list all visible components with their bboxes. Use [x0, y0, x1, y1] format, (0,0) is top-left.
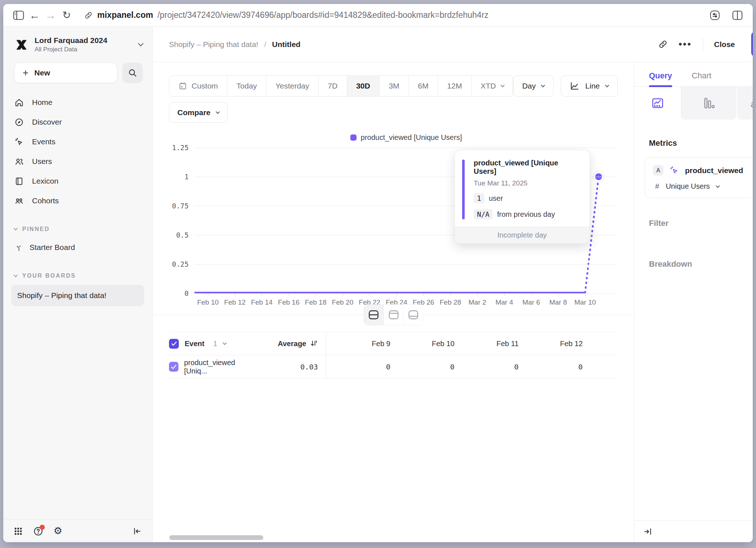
x-axis-tick — [558, 293, 559, 296]
help-icon[interactable] — [33, 526, 43, 536]
report-type-insights-tab[interactable] — [634, 87, 681, 120]
chevron-down-icon[interactable] — [716, 184, 720, 188]
range-7d[interactable]: 7D — [318, 76, 347, 96]
reload-icon[interactable]: ↻ — [59, 7, 75, 23]
x-axis-tick — [397, 293, 397, 296]
breadcrumb-board[interactable]: Shopify – Piping that data! — [169, 40, 258, 49]
more-options-icon[interactable]: ••• — [679, 39, 692, 50]
search-button[interactable] — [122, 63, 143, 83]
sidebar-item-discover[interactable]: Discover — [3, 112, 152, 132]
granularity-dropdown[interactable]: Day — [513, 75, 554, 97]
chevron-down-icon[interactable] — [223, 341, 227, 345]
range-yesterday[interactable]: Yesterday — [266, 76, 318, 96]
layout-split-view-button[interactable] — [364, 305, 383, 325]
forward-icon[interactable]: → — [43, 7, 59, 23]
url-domain: mixpanel.com — [97, 10, 153, 20]
layout-table-view-button[interactable] — [403, 305, 423, 325]
range-custom[interactable]: Custom — [169, 76, 227, 96]
sidebar-item-lexicon[interactable]: Lexicon — [3, 171, 152, 191]
apps-grid-icon[interactable] — [13, 527, 23, 536]
sidebar-item-users[interactable]: Users — [3, 152, 152, 171]
x-axis-tick — [477, 293, 478, 296]
chart-type-dropdown[interactable]: Line — [561, 75, 618, 97]
tooltip-value-unit: user — [489, 194, 503, 203]
save-button-partial[interactable] — [751, 31, 753, 57]
select-all-checkbox[interactable] — [169, 339, 179, 349]
chevron-down-icon — [216, 110, 220, 114]
range-label: 7D — [328, 82, 338, 90]
collapse-sidebar-icon[interactable] — [133, 527, 142, 536]
average-column-header[interactable]: Average — [256, 340, 318, 348]
grid-line — [194, 293, 618, 294]
sort-descending-icon — [310, 340, 318, 348]
grid-line — [194, 148, 618, 148]
row-series-name[interactable]: product_viewed [Uniq... — [184, 359, 256, 375]
pinned-section-header[interactable]: PINNED — [3, 226, 152, 232]
layout-chart-view-button[interactable] — [383, 305, 403, 325]
report-type-funnels-tab[interactable] — [681, 87, 736, 120]
browser-sidebar-toggle-icon[interactable] — [11, 7, 27, 23]
chart-legend[interactable]: product_viewed [Unique Users] — [194, 132, 618, 142]
chevron-down-icon — [500, 83, 504, 87]
breakdown-section-header[interactable]: Breakdown — [634, 259, 753, 269]
aggregation-dropdown[interactable]: Unique Users — [666, 182, 710, 191]
row-checkbox[interactable] — [169, 362, 178, 372]
table-date-column-header[interactable]: Feb 11 — [454, 340, 519, 348]
cohorts-icon — [14, 196, 24, 206]
range-12m[interactable]: 12M — [438, 76, 471, 96]
sidebar-item-board-selected[interactable]: Shopify – Piping that data! — [11, 285, 144, 306]
range-xtd[interactable]: XTD — [471, 76, 513, 96]
range-label: 30D — [356, 82, 370, 90]
horizontal-scrollbar[interactable] — [169, 535, 263, 540]
copy-link-icon[interactable] — [658, 39, 668, 49]
range-30d[interactable]: 30D — [347, 76, 379, 96]
back-icon[interactable]: ← — [27, 7, 43, 23]
sidebar-item-label: Lexicon — [32, 177, 58, 185]
tooltip-title: product_viewed [Unique Users] — [474, 159, 581, 176]
breadcrumb-page[interactable]: Untitled — [272, 40, 300, 49]
compare-dropdown[interactable]: Compare — [169, 102, 228, 123]
browser-extensions-icon[interactable] — [707, 7, 723, 23]
event-column-header[interactable]: Event — [185, 340, 204, 348]
table-date-column-header[interactable]: Feb 10 — [390, 340, 454, 348]
url-bar[interactable]: mixpanel.com/project/3472420/view/397469… — [84, 10, 702, 20]
results-table: Event 1 Average — [169, 332, 618, 379]
range-label: Today — [236, 82, 257, 90]
metric-card[interactable]: A product_viewed # Unique User — [645, 157, 753, 198]
split-view-icon[interactable] — [729, 7, 745, 23]
sidebar-item-home[interactable]: Home — [3, 93, 152, 112]
close-button[interactable]: Close — [714, 40, 735, 49]
range-3m[interactable]: 3M — [379, 76, 408, 96]
sidebar-item-label: Home — [32, 98, 52, 107]
tab-chart[interactable]: Chart — [692, 71, 712, 86]
sidebar-item-label: Cohorts — [32, 196, 59, 205]
sidebar-item-cohorts[interactable]: Cohorts — [3, 191, 152, 211]
table-date-column-header[interactable]: Feb 12 — [519, 340, 583, 348]
new-button[interactable]: + New — [14, 63, 117, 83]
tooltip-delta-label: from previous day — [497, 210, 555, 219]
x-axis-tick — [450, 293, 451, 296]
chevron-down-icon — [13, 273, 17, 277]
gear-icon[interactable]: ⚙ — [54, 526, 62, 536]
chevron-down-icon — [541, 83, 545, 87]
table-header-row: Event 1 Average — [169, 332, 618, 355]
report-header: Shopify – Piping that data! / Untitled •… — [153, 27, 753, 62]
filter-section-header[interactable]: Filter — [634, 219, 753, 228]
metrics-section-header: Metrics — [634, 138, 753, 148]
your-boards-section-header[interactable]: YOUR BOARDS — [3, 273, 152, 279]
range-today[interactable]: Today — [227, 76, 266, 96]
sidebar-item-events[interactable]: Events — [3, 132, 152, 152]
tab-query[interactable]: Query — [649, 71, 672, 86]
sidebar-footer: ⚙ — [3, 520, 152, 542]
range-6m[interactable]: 6M — [409, 76, 438, 96]
sprout-icon — [14, 243, 24, 252]
plot-area[interactable]: product_viewed [Unique Users] Tue Mar 11… — [194, 148, 618, 293]
report-type-flows-tab[interactable] — [736, 87, 753, 120]
project-switcher[interactable]: Lord Farquaad 2024 All Project Data — [3, 27, 152, 53]
metric-event-name[interactable]: product_viewed — [685, 166, 743, 175]
metric-badge: A — [653, 165, 664, 176]
collapse-panel-icon[interactable] — [643, 527, 653, 536]
x-axis-tick — [531, 293, 532, 296]
sidebar-item-starter-board[interactable]: Starter Board — [3, 238, 152, 257]
table-date-column-header[interactable]: Feb 9 — [326, 340, 390, 348]
